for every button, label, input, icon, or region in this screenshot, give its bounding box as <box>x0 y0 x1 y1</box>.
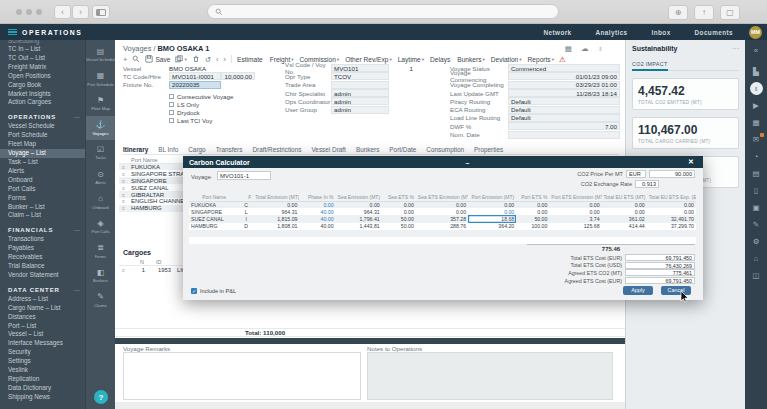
column-header[interactable]: Phase In % <box>299 194 335 201</box>
column-header[interactable]: Port ETS % <box>516 194 549 201</box>
sidebar-item[interactable]: Security <box>0 348 85 357</box>
right-rail-item[interactable]: ▙ <box>745 63 767 80</box>
sidebar-item[interactable]: Port Calls <box>0 185 85 194</box>
rail-item[interactable]: ⚓ Voyages <box>86 116 115 141</box>
sidebar-item[interactable]: Cargo Book <box>0 81 85 90</box>
sidebar-item[interactable]: Market Insights <box>0 90 85 99</box>
right-rail-item[interactable]: ⚙ <box>745 233 767 250</box>
right-rail-item[interactable]: ◔ <box>745 148 767 165</box>
checkbox-checked-icon[interactable]: ✓ <box>191 288 197 294</box>
rail-item[interactable]: ▦ Port Schedule <box>86 67 115 92</box>
checkbox-row[interactable]: Consecutive Voyage <box>169 92 255 100</box>
right-rail-item[interactable]: ✉ <box>745 131 767 148</box>
column-header[interactable]: Port Name <box>189 194 239 201</box>
summary-value-field[interactable]: 69,791.450 <box>625 277 695 284</box>
itinerary-tab[interactable]: Itinerary <box>123 146 148 153</box>
help-button[interactable]: ? <box>94 390 108 404</box>
right-rail-item[interactable]: ▤ <box>745 165 767 182</box>
field-value[interactable]: 01/01/23 09:00 <box>508 72 620 80</box>
right-rail-item[interactable]: ▯ <box>745 182 767 199</box>
field-value[interactable]: admin <box>331 106 389 114</box>
price-field[interactable]: 90.000 <box>649 170 695 178</box>
checkbox-row[interactable]: Last TCI Voy <box>169 117 255 125</box>
sidebar-item[interactable]: Alerts <box>0 167 85 176</box>
right-rail-item[interactable]: ▶ <box>745 97 767 114</box>
drag-handle-icon[interactable]: ≡ <box>119 192 131 198</box>
fixture-field[interactable]: 20220035 <box>169 81 221 89</box>
field-value[interactable]: Default <box>508 114 620 122</box>
next-icon[interactable]: › <box>224 55 227 64</box>
copy-button[interactable]: ▾ <box>175 55 186 63</box>
header-nav-item[interactable]: Analytics <box>584 29 640 36</box>
field-value[interactable]: Default <box>508 97 620 105</box>
checkbox-row[interactable]: LS Only <box>169 100 255 108</box>
window-minimize-dot[interactable] <box>26 9 32 15</box>
field-value[interactable] <box>508 131 620 139</box>
undo-icon[interactable]: ↺ <box>205 55 211 64</box>
checkbox-icon[interactable] <box>169 102 174 107</box>
weather-icon[interactable]: ☁ <box>581 44 589 53</box>
field-value[interactable]: TCOV <box>331 72 389 80</box>
itinerary-tab[interactable]: Port/Date <box>389 146 416 153</box>
checkbox-row[interactable]: Drydock <box>169 108 255 116</box>
browser-forward-button[interactable]: › <box>72 5 89 19</box>
table-row[interactable]: SUEZ CANALI1,815.0940.00 1,796.4150.0035… <box>189 215 696 222</box>
download-icon[interactable]: ⊕ <box>668 5 688 20</box>
sidebar-item[interactable]: Port – List <box>0 322 85 331</box>
sidebar-item[interactable]: Onboard <box>0 176 85 185</box>
sidebar-item[interactable]: Shipping News <box>0 393 85 402</box>
table-row[interactable] <box>189 230 696 237</box>
save-button[interactable]: Save <box>145 55 170 63</box>
field-value[interactable]: 11/28/23 18:14 <box>508 89 620 97</box>
toolbar-button[interactable]: Estimate <box>237 56 264 63</box>
search-icon[interactable] <box>132 55 140 63</box>
sidebar-item[interactable]: TC In – List <box>0 45 85 54</box>
globe-icon[interactable]: ♁ <box>597 44 603 53</box>
sidebar-item[interactable]: TC Out – List <box>0 54 85 63</box>
currency-field[interactable]: EUR <box>626 170 646 178</box>
section-menu-icon[interactable]: ··· <box>74 225 80 235</box>
column-header[interactable]: Sea ETS % <box>382 194 416 201</box>
tc-code-field[interactable]: MVO101-I0001 <box>169 72 221 80</box>
drag-handle-icon[interactable]: ≡ <box>119 267 131 273</box>
menu-icon[interactable] <box>8 28 17 37</box>
sidebar-item[interactable]: Trial Balance <box>0 262 85 271</box>
sidebar-item[interactable]: Voyage – List <box>0 149 85 158</box>
close-icon[interactable]: ✕ <box>685 158 697 166</box>
breadcrumb-root[interactable]: Voyages / <box>123 44 155 53</box>
column-header[interactable]: Total Emission (MT) <box>253 194 299 201</box>
field-value[interactable]: admin <box>331 97 389 105</box>
sidebar-item[interactable]: Bunker – List <box>0 203 85 212</box>
delete-icon[interactable] <box>192 55 200 63</box>
rail-item[interactable]: ✎ Claims <box>86 288 115 313</box>
field-value[interactable]: MVO101 <box>331 64 389 72</box>
rail-item[interactable]: ⌂ Onboard <box>86 190 115 215</box>
modal-titlebar[interactable]: Carbon Calculator – ✕ <box>183 156 703 168</box>
sidebar-item[interactable]: Cargo Name – List <box>0 304 85 313</box>
field-value[interactable]: 7.00 <box>508 122 620 130</box>
sidebar-item[interactable]: Open Positions <box>0 72 85 81</box>
toolbar-button[interactable]: Deviation ▾ <box>491 56 522 63</box>
itinerary-tab[interactable]: BL Info <box>158 146 178 153</box>
field-value[interactable]: Commenced <box>508 64 620 72</box>
column-header[interactable]: F <box>239 194 253 201</box>
column-header[interactable]: Port Emission (MT) <box>468 194 516 201</box>
right-rail-item[interactable]: ▦ <box>745 114 767 131</box>
sidebar-item[interactable]: Veslink <box>0 366 85 375</box>
column-header[interactable]: Sea ETS Emission (MT) <box>416 194 468 201</box>
right-rail-item[interactable]: ⌂ <box>745 250 767 267</box>
sidebar-item[interactable]: Forms <box>0 194 85 203</box>
toolbar-button[interactable]: Other Rev/Exp ▾ <box>345 56 392 63</box>
panel-menu-icon[interactable]: ··· <box>732 45 739 52</box>
toolbar-button[interactable]: Delays <box>430 56 451 63</box>
sidebar-item[interactable]: Receivables <box>0 253 85 262</box>
rail-item[interactable]: ▤ Vessel Schedule <box>86 42 115 67</box>
browser-back-button[interactable]: ‹ <box>54 5 71 19</box>
field-value[interactable]: admin <box>331 89 389 97</box>
sidebar-item[interactable]: Port Schedule <box>0 131 85 140</box>
sidebar-item[interactable]: Interface Messages <box>0 339 85 348</box>
rail-item[interactable]: ⚑ Fleet Map <box>86 91 115 116</box>
sidebar-item[interactable]: Data Dictionary <box>0 384 85 393</box>
voyage-input[interactable]: MVO101-1 <box>217 171 271 180</box>
address-bar[interactable] <box>207 4 559 19</box>
